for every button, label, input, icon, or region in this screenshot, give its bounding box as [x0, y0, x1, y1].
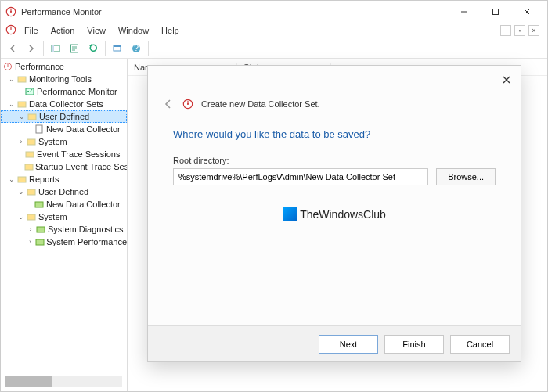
dialog-heading: Where would you like the data to be save…	[148, 114, 521, 140]
collapse-icon[interactable]: ⌄	[17, 113, 27, 120]
svg-rect-16	[36, 125, 42, 133]
collapse-icon[interactable]: ⌄	[7, 100, 16, 108]
root-directory-input[interactable]	[173, 168, 428, 185]
tree-data-collector-sets[interactable]: ⌄Data Collector Sets	[1, 98, 127, 110]
close-button[interactable]	[511, 1, 543, 23]
scrollbar-thumb[interactable]	[5, 376, 52, 387]
perfmon-icon	[5, 6, 16, 17]
browse-button[interactable]: Browse...	[436, 168, 496, 185]
svg-point-27	[187, 103, 189, 105]
menu-window[interactable]: Window	[112, 24, 155, 37]
tree-root[interactable]: Performance	[1, 60, 127, 73]
tree-startup-event-trace-sessions[interactable]: Startup Event Trace Sess	[1, 160, 127, 173]
mdi-close-button[interactable]: ×	[528, 25, 539, 36]
watermark: TheWindowsClub	[148, 207, 521, 221]
tree-reports[interactable]: ⌄Reports	[1, 173, 127, 185]
dialog-title: Create new Data Collector Set.	[201, 99, 320, 109]
svg-rect-17	[27, 139, 35, 145]
tree-user-defined[interactable]: ⌄User Defined	[1, 110, 127, 123]
watermark-text: TheWindowsClub	[300, 208, 386, 221]
dialog-close-button[interactable]	[500, 74, 513, 86]
svg-rect-12	[18, 77, 26, 82]
tree-reports-system[interactable]: ⌄System	[1, 210, 127, 223]
tree-performance-monitor[interactable]: Performance Monitor	[1, 85, 127, 98]
toolbar: ?	[1, 38, 547, 59]
dialog-footer: Next Finish Cancel	[148, 325, 521, 361]
cancel-button[interactable]: Cancel	[450, 335, 510, 354]
dialog-header: Create new Data Collector Set.	[148, 94, 521, 114]
navigation-tree[interactable]: Performance ⌄Monitoring Tools Performanc…	[1, 59, 127, 372]
svg-rect-5	[52, 45, 54, 52]
separator-icon	[43, 41, 44, 56]
svg-rect-22	[35, 202, 43, 207]
svg-rect-14	[18, 102, 26, 107]
svg-rect-21	[27, 189, 35, 195]
tree-system[interactable]: ›System	[1, 135, 127, 148]
menu-help[interactable]: Help	[155, 24, 186, 37]
svg-rect-25	[36, 239, 44, 245]
svg-rect-20	[18, 177, 26, 182]
tree-system-performance[interactable]: ›System Performance	[1, 236, 127, 248]
tree-event-trace-sessions[interactable]: Event Trace Sessions	[1, 148, 127, 160]
expand-icon[interactable]: ›	[16, 138, 26, 146]
menu-action[interactable]: Action	[45, 24, 81, 37]
toolbar-new-window-button[interactable]	[109, 40, 126, 57]
maximize-button[interactable]	[480, 1, 511, 23]
tree-new-data-collector[interactable]: New Data Collector	[1, 123, 127, 135]
toolbar-back-button[interactable]	[4, 40, 21, 57]
perfmon-menu-icon	[5, 24, 16, 37]
wizard-back-button[interactable]	[162, 98, 175, 110]
collapse-icon[interactable]: ⌄	[7, 75, 16, 83]
svg-rect-24	[37, 227, 45, 232]
toolbar-show-hide-button[interactable]	[47, 40, 64, 57]
tree-system-diagnostics[interactable]: ›System Diagnostics	[1, 223, 127, 236]
svg-rect-15	[28, 114, 36, 120]
root-directory-label: Root directory:	[173, 156, 496, 165]
tree-monitoring-tools[interactable]: ⌄Monitoring Tools	[1, 73, 127, 85]
toolbar-forward-button[interactable]	[23, 40, 40, 57]
collapse-icon[interactable]: ⌄	[7, 175, 16, 183]
horizontal-scrollbar[interactable]	[5, 376, 122, 387]
perfmon-icon	[182, 99, 193, 110]
menu-view[interactable]: View	[81, 24, 112, 37]
wizard-dialog: Create new Data Collector Set. Where wou…	[147, 65, 521, 362]
mdi-minimize-button[interactable]: –	[500, 25, 511, 36]
svg-rect-19	[25, 164, 33, 170]
watermark-logo-icon	[283, 207, 297, 221]
finish-button[interactable]: Finish	[384, 335, 444, 354]
toolbar-help-button[interactable]: ?	[128, 40, 145, 57]
dialog-titlebar	[148, 66, 521, 94]
tree-reports-user-defined[interactable]: ⌄User Defined	[1, 185, 127, 198]
toolbar-properties-button[interactable]	[66, 40, 83, 57]
separator-icon	[148, 41, 149, 56]
collapse-icon[interactable]: ⌄	[16, 188, 26, 196]
expand-icon[interactable]: ›	[26, 225, 35, 233]
tree-panel: Performance ⌄Monitoring Tools Performanc…	[1, 59, 128, 391]
minimize-button[interactable]	[449, 1, 480, 23]
next-button[interactable]: Next	[319, 335, 378, 354]
svg-text:?: ?	[134, 43, 139, 52]
menu-file[interactable]: File	[18, 24, 45, 37]
toolbar-refresh-button[interactable]	[85, 40, 102, 57]
svg-rect-13	[26, 88, 34, 95]
separator-icon	[105, 41, 106, 56]
svg-rect-18	[26, 152, 34, 157]
dialog-form: Root directory: Browse...	[148, 140, 521, 185]
svg-rect-23	[27, 214, 35, 220]
expand-icon[interactable]: ›	[26, 238, 34, 246]
mdi-restore-button[interactable]: ▫	[514, 25, 525, 36]
tree-reports-new-data-collector[interactable]: New Data Collector	[1, 198, 127, 210]
menubar: File Action View Window Help – ▫ ×	[1, 23, 547, 38]
svg-rect-8	[114, 45, 121, 47]
svg-rect-2	[493, 9, 499, 15]
collapse-icon[interactable]: ⌄	[16, 213, 26, 221]
titlebar: Performance Monitor	[1, 1, 547, 23]
window-title: Performance Monitor	[21, 7, 449, 16]
svg-point-1	[10, 11, 12, 13]
